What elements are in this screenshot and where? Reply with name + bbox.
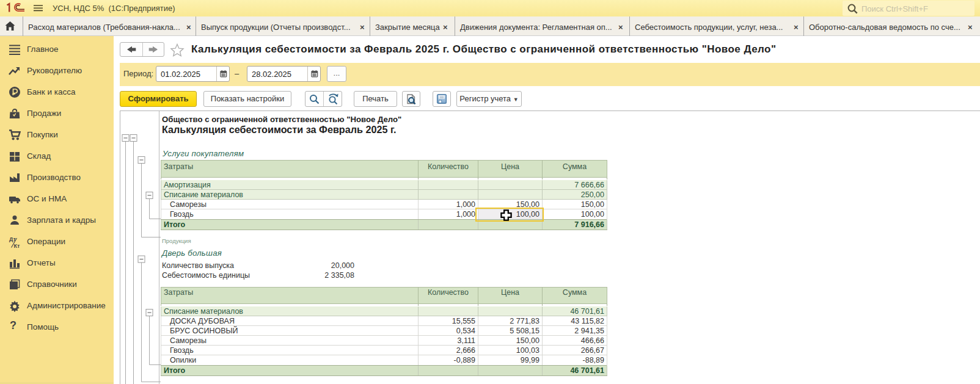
- svg-text:Кт: Кт: [14, 243, 20, 248]
